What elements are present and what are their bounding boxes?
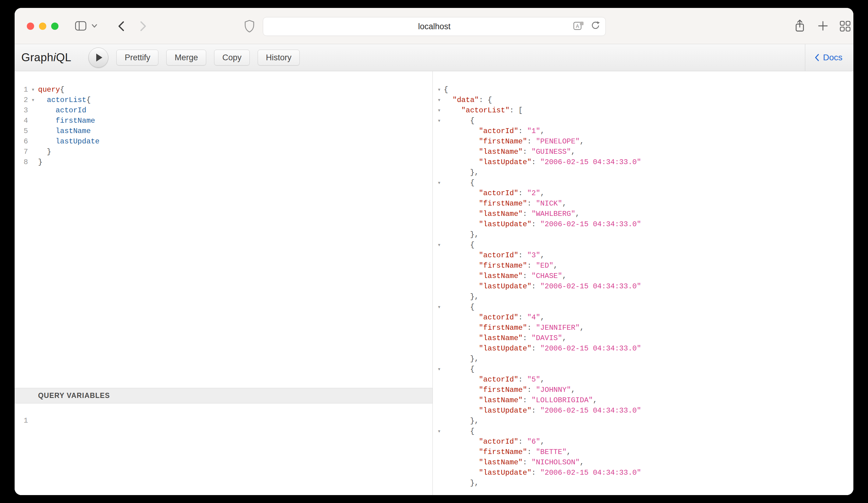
translate-icon[interactable]: A	[573, 21, 584, 32]
code-text: "lastName": "GUINESS",	[444, 147, 575, 157]
fold-gutter	[435, 292, 444, 302]
execute-query-button[interactable]	[88, 48, 108, 67]
fold-toggle-icon[interactable]: ▾	[435, 364, 444, 375]
code-text: "lastName": "DAVIS",	[444, 333, 567, 344]
fold-toggle-icon[interactable]: ▾	[435, 302, 444, 312]
close-window-button[interactable]	[27, 22, 34, 30]
minimize-window-button[interactable]	[39, 22, 46, 30]
line-number: 5	[14, 126, 28, 136]
query-variables-editor[interactable]: 1	[14, 404, 433, 495]
code-text: "firstName": "JENNIFER",	[444, 323, 584, 333]
fold-toggle-icon[interactable]: ▾	[435, 426, 444, 437]
sidebar-menu-button[interactable]	[91, 24, 97, 29]
query-editor[interactable]: 1▾query{2▾ actorList{3 actorId4 firstNam…	[14, 71, 433, 388]
code-text: firstName	[38, 116, 95, 126]
result-line: "lastName": "CHASE",	[435, 271, 854, 281]
result-viewer[interactable]: ▾{▾ "data": {▾ "actorList": [▾ { "actorI…	[433, 71, 854, 495]
sidebar-toggle-icon	[75, 21, 86, 32]
fold-gutter	[28, 147, 38, 157]
code-text: "actorList": [	[444, 105, 523, 116]
result-line: ▾ "data": {	[435, 95, 854, 105]
chevron-left-icon	[814, 54, 819, 62]
back-button[interactable]	[117, 20, 125, 33]
fold-gutter	[435, 126, 444, 136]
chevron-down-icon	[91, 24, 97, 29]
line-number: 6	[14, 136, 28, 147]
share-button[interactable]	[794, 19, 805, 33]
fold-gutter	[28, 116, 38, 126]
code-text: },	[444, 478, 479, 489]
code-text: "lastUpdate": "2006-02-15 04:34:33.0"	[444, 157, 641, 167]
query-editor-line: 8}	[14, 157, 433, 167]
result-line: "actorId": "1",	[435, 126, 854, 136]
fold-gutter	[435, 136, 444, 147]
fold-gutter	[28, 157, 38, 167]
code-text: "lastUpdate": "2006-02-15 04:34:33.0"	[444, 219, 641, 230]
history-button[interactable]: History	[258, 50, 300, 65]
code-text: {	[444, 364, 475, 375]
result-line: "lastName": "LOLLOBRIGIDA",	[435, 395, 854, 406]
fold-gutter	[28, 136, 38, 147]
browser-toolbar: localhost A	[14, 8, 854, 44]
result-line: },	[435, 167, 854, 178]
code-text: actorList{	[38, 95, 91, 105]
merge-button[interactable]: Merge	[166, 50, 206, 65]
fold-toggle-icon[interactable]: ▾	[435, 95, 444, 105]
query-editor-line: 4 firstName	[14, 116, 433, 126]
code-text: "actorId": "2",	[444, 188, 545, 199]
variables-editor-line: 1	[14, 416, 433, 426]
forward-button[interactable]	[140, 20, 147, 33]
code-text: "actorId": "6",	[444, 437, 545, 447]
fold-gutter	[435, 312, 444, 323]
code-text: "actorId": "3",	[444, 250, 545, 261]
fold-toggle-icon[interactable]: ▾	[435, 116, 444, 126]
plus-icon	[817, 20, 828, 32]
code-text: "lastName": "NICHOLSON",	[444, 457, 584, 468]
docs-link[interactable]: Docs	[805, 44, 854, 71]
shield-icon	[244, 20, 255, 34]
code-text: },	[444, 230, 479, 240]
code-text: },	[444, 354, 479, 364]
copy-button[interactable]: Copy	[214, 50, 250, 65]
fold-gutter	[435, 230, 444, 240]
fold-toggle-icon[interactable]: ▾	[435, 178, 444, 188]
fold-toggle-icon[interactable]: ▾	[435, 240, 444, 250]
result-line: "lastUpdate": "2006-02-15 04:34:33.0"	[435, 219, 854, 230]
new-tab-button[interactable]	[817, 20, 828, 32]
reload-icon[interactable]	[590, 21, 601, 32]
fold-gutter	[435, 416, 444, 426]
prettify-button[interactable]: Prettify	[116, 50, 158, 65]
result-line: ▾ {	[435, 364, 854, 375]
code-text: },	[444, 167, 479, 178]
back-arrow-icon	[117, 20, 125, 33]
result-line: "firstName": "BETTE",	[435, 447, 854, 457]
fold-gutter	[435, 219, 444, 230]
privacy-report-button[interactable]	[244, 20, 255, 34]
share-icon	[794, 19, 805, 33]
sidebar-toggle-button[interactable]	[75, 21, 86, 32]
result-line: "lastName": "WAHLBERG",	[435, 209, 854, 219]
fold-gutter	[435, 354, 444, 364]
fold-gutter	[435, 157, 444, 167]
fold-gutter	[435, 375, 444, 385]
address-bar[interactable]: localhost A	[263, 17, 606, 36]
code-text: lastUpdate	[38, 136, 100, 147]
fold-gutter	[435, 333, 444, 344]
zoom-window-button[interactable]	[51, 22, 59, 30]
fold-toggle-icon[interactable]: ▾	[28, 95, 38, 105]
tab-overview-grid-icon	[839, 20, 851, 33]
line-number: 2	[14, 95, 28, 105]
result-line: ▾ {	[435, 426, 854, 437]
fold-gutter	[435, 323, 444, 333]
fold-toggle-icon[interactable]: ▾	[28, 85, 38, 95]
code-text: lastName	[38, 126, 91, 136]
query-variables-header[interactable]: QUERY VARIABLES	[14, 388, 433, 404]
fold-toggle-icon[interactable]: ▾	[435, 85, 444, 95]
line-number: 1	[14, 85, 28, 95]
fold-gutter	[435, 281, 444, 292]
fold-toggle-icon[interactable]: ▾	[435, 105, 444, 116]
fold-gutter	[435, 385, 444, 395]
fold-gutter	[435, 209, 444, 219]
fold-gutter	[28, 416, 38, 426]
tab-overview-button[interactable]	[839, 20, 851, 33]
